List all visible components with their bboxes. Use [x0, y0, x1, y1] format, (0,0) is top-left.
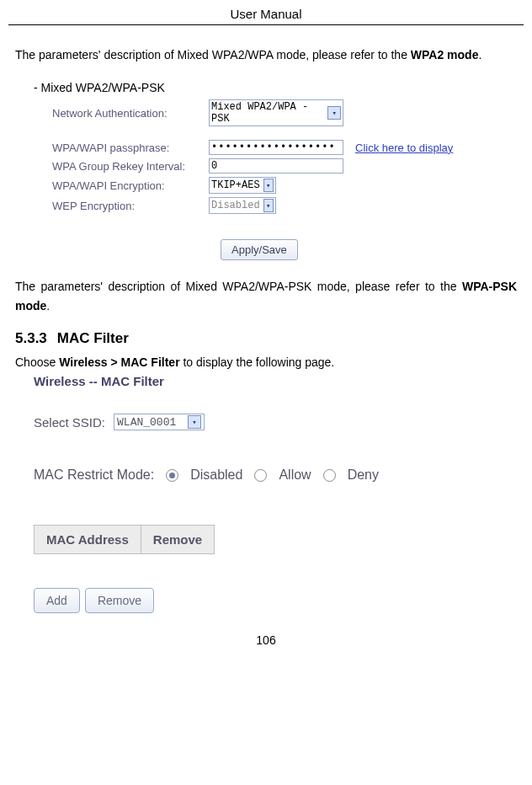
text: The parameters' description of Mixed WPA… [15, 280, 462, 293]
text: . [478, 48, 481, 61]
label-mac-restrict: MAC Restrict Mode: [34, 467, 154, 483]
select-encryption[interactable]: TKIP+AES ▾ [209, 177, 276, 194]
text: . [46, 299, 50, 312]
label-wep: WEP Encryption: [52, 200, 204, 212]
text: Choose [15, 355, 59, 369]
nav-instruction: Choose Wireless > MAC Filter to display … [15, 355, 517, 369]
text: The parameters' description of Mixed WPA… [15, 48, 411, 61]
select-network-auth[interactable]: Mixed WPA2/WPA -PSK ▾ [209, 99, 343, 126]
mac-table: MAC Address Remove [34, 525, 215, 554]
text: to display the following page. [180, 355, 335, 369]
page-header: User Manual [8, 7, 524, 24]
remove-button[interactable]: Remove [85, 588, 154, 613]
text-bold: WPA2 mode [411, 48, 479, 61]
input-passphrase[interactable]: •••••••••••••••••• [209, 140, 343, 155]
radio-label-deny: Deny [348, 467, 379, 483]
input-rekey-interval[interactable]: 0 [209, 158, 343, 174]
header-rule [8, 24, 524, 25]
chevron-down-icon[interactable]: ▾ [188, 415, 201, 429]
bullet-mixed-psk: - Mixed WPA2/WPA-PSK [34, 81, 517, 94]
section-heading: 5.3.3MAC Filter [15, 330, 517, 347]
radio-deny[interactable] [323, 469, 336, 482]
radio-label-disabled: Disabled [190, 467, 242, 483]
figure-title: Wireless -- MAC Filter [34, 374, 517, 388]
th-remove: Remove [141, 526, 214, 554]
label-select-ssid: Select SSID: [34, 415, 105, 430]
select-value: Disabled [211, 200, 260, 211]
select-value: TKIP+AES [211, 179, 260, 191]
figure-mac-filter: Wireless -- MAC Filter Select SSID: WLAN… [34, 374, 517, 613]
label-encryption: WPA/WAPI Encryption: [52, 179, 204, 192]
text-bold: Wireless > MAC Filter [59, 355, 179, 369]
select-value: Mixed WPA2/WPA -PSK [211, 101, 324, 125]
intro-para-wpapsk: The parameters' description of Mixed WPA… [15, 277, 517, 315]
select-value: WLAN_0001 [117, 416, 176, 429]
th-mac-address: MAC Address [35, 526, 141, 554]
section-number: 5.3.3 [15, 330, 47, 346]
label-rekey: WPA Group Rekey Interval: [52, 160, 204, 173]
apply-save-button[interactable]: Apply/Save [221, 239, 298, 260]
radio-allow[interactable] [254, 469, 267, 482]
section-title: MAC Filter [57, 330, 129, 346]
label-network-auth: Network Authentication: [52, 107, 204, 120]
figure-security-settings: Network Authentication: Mixed WPA2/WPA -… [52, 99, 517, 260]
add-button[interactable]: Add [34, 588, 80, 613]
select-wep: Disabled ▾ [209, 197, 276, 214]
chevron-down-icon[interactable]: ▾ [327, 106, 341, 120]
label-passphrase: WPA/WAPI passphrase: [52, 142, 204, 154]
chevron-down-icon[interactable]: ▾ [263, 179, 274, 192]
select-ssid[interactable]: WLAN_0001 ▾ [114, 414, 205, 430]
radio-disabled[interactable] [166, 469, 178, 482]
intro-para-wpa2: The parameters' description of Mixed WPA… [15, 45, 517, 64]
radio-label-allow: Allow [279, 467, 311, 483]
link-display-passphrase[interactable]: Click here to display [355, 142, 453, 154]
page-number: 106 [8, 633, 524, 647]
chevron-down-icon: ▾ [263, 199, 274, 212]
